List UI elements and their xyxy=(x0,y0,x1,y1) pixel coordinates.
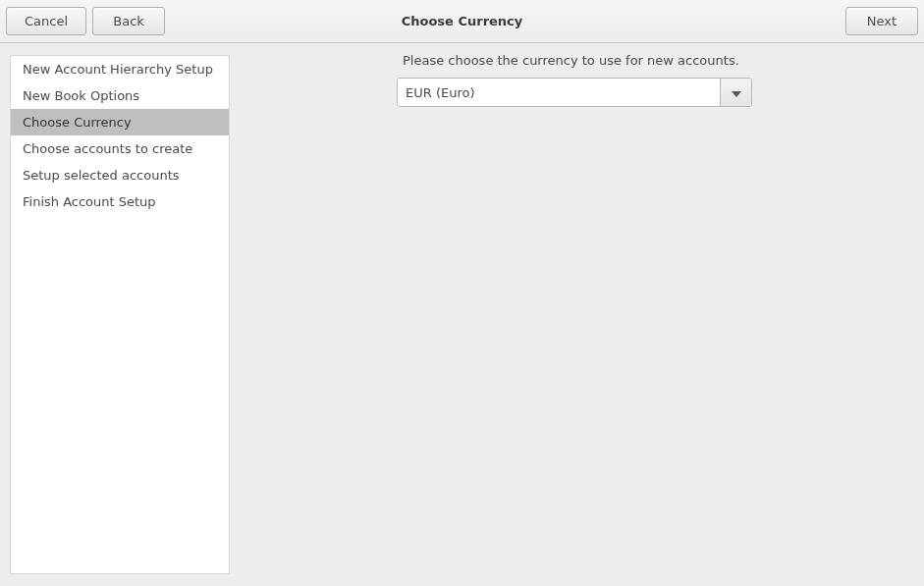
sidebar-item-choose-currency[interactable]: Choose Currency xyxy=(11,109,229,135)
main-panel: Please choose the currency to use for ne… xyxy=(230,55,914,574)
back-button[interactable]: Back xyxy=(92,7,165,35)
sidebar-item-new-book-options[interactable]: New Book Options xyxy=(11,82,229,109)
instruction-text: Please choose the currency to use for ne… xyxy=(397,53,739,68)
page-title: Choose Currency xyxy=(402,14,523,28)
content-area: New Account Hierarchy Setup New Book Opt… xyxy=(0,43,924,586)
wizard-header: Cancel Back Choose Currency Next xyxy=(0,0,924,43)
currency-selected-value: EUR (Euro) xyxy=(398,79,720,106)
sidebar-item-choose-accounts[interactable]: Choose accounts to create xyxy=(11,135,229,162)
wizard-steps-sidebar: New Account Hierarchy Setup New Book Opt… xyxy=(10,55,230,574)
sidebar-item-new-account-hierarchy[interactable]: New Account Hierarchy Setup xyxy=(11,56,229,82)
sidebar-item-label: Finish Account Setup xyxy=(23,194,156,209)
header-right-buttons: Next xyxy=(845,7,918,35)
currency-combobox[interactable]: EUR (Euro) xyxy=(397,78,752,107)
next-button[interactable]: Next xyxy=(845,7,918,35)
sidebar-item-setup-selected-accounts[interactable]: Setup selected accounts xyxy=(11,162,229,188)
header-left-buttons: Cancel Back xyxy=(6,7,165,35)
sidebar-item-label: Choose accounts to create xyxy=(23,141,192,156)
sidebar-item-label: Choose Currency xyxy=(23,115,132,130)
sidebar-item-label: New Account Hierarchy Setup xyxy=(23,62,213,77)
chevron-down-icon xyxy=(732,85,741,100)
sidebar-item-label: New Book Options xyxy=(23,88,139,103)
sidebar-item-label: Setup selected accounts xyxy=(23,168,180,183)
currency-dropdown-button[interactable] xyxy=(720,79,751,106)
cancel-button[interactable]: Cancel xyxy=(6,7,86,35)
sidebar-item-finish-account-setup[interactable]: Finish Account Setup xyxy=(11,188,229,215)
